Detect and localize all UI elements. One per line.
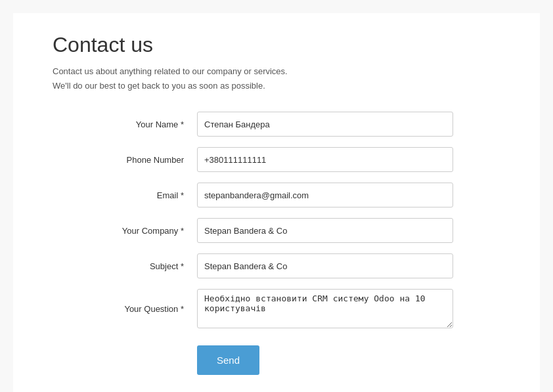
phone-number-row: Phone Number — [53, 147, 500, 172]
your-company-label: Your Company * — [53, 226, 197, 236]
your-name-input[interactable] — [197, 112, 453, 137]
contact-form: Your Name * Phone Number Email * Your Co… — [53, 112, 500, 375]
subject-input[interactable] — [197, 253, 453, 278]
your-question-row: Your Question * Необхідно встановити CRM… — [53, 289, 500, 328]
phone-number-label: Phone Number — [53, 155, 197, 165]
your-name-row: Your Name * — [53, 112, 500, 137]
your-company-row: Your Company * — [53, 218, 500, 243]
send-button[interactable]: Send — [197, 345, 259, 375]
your-name-label: Your Name * — [53, 120, 197, 129]
your-question-label: Your Question * — [53, 304, 197, 314]
page-container: Contact us Contact us about anything rel… — [13, 13, 540, 392]
phone-number-input[interactable] — [197, 147, 453, 172]
subject-label: Subject * — [53, 261, 197, 271]
your-company-input[interactable] — [197, 218, 453, 243]
subtitle-1: Contact us about anything related to our… — [53, 65, 500, 78]
subject-row: Subject * — [53, 253, 500, 278]
email-input[interactable] — [197, 183, 453, 207]
subtitle-2: We'll do our best to get back to you as … — [53, 79, 500, 93]
your-question-textarea[interactable]: Необхідно встановити CRM систему Odoo на… — [197, 289, 453, 328]
email-label: Email * — [53, 190, 197, 200]
page-title: Contact us — [53, 33, 500, 57]
email-row: Email * — [53, 183, 500, 207]
